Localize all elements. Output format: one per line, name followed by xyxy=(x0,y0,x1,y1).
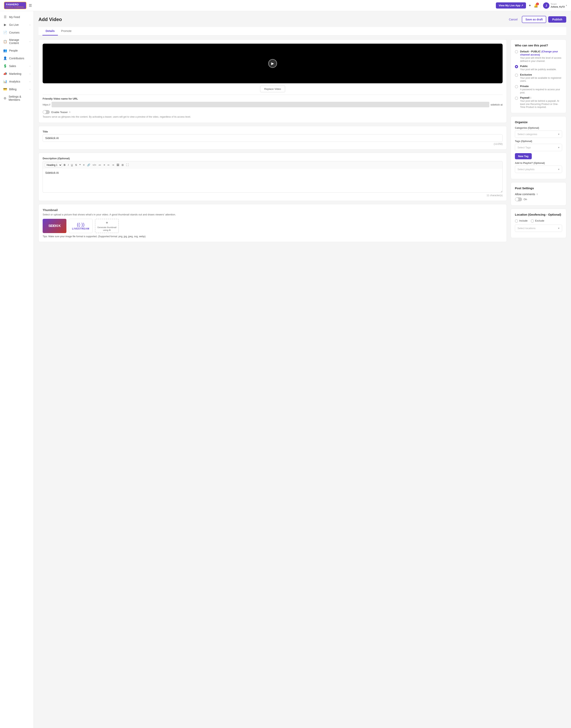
comments-info-icon[interactable]: ℹ xyxy=(537,193,538,196)
analytics-chevron-icon: › xyxy=(29,80,30,83)
sidebar-item-my-feed[interactable]: ☰ My Feed xyxy=(0,13,33,21)
save-draft-button[interactable]: Save as draft xyxy=(522,16,546,23)
sidebar-item-analytics[interactable]: 📊 Analytics › xyxy=(0,78,33,85)
user-info[interactable]: J Tenant Juliana_KyT2 ▾ xyxy=(543,2,567,9)
radio-paywall[interactable]: Paywall ℹ Your post will be behind a pay… xyxy=(515,96,562,109)
playlist-select[interactable]: Select playlists ▾ xyxy=(515,166,562,173)
radio-public-circle xyxy=(515,65,518,68)
notification-button[interactable]: 🔔 1 xyxy=(534,3,538,8)
generate-thumbnail[interactable]: ✦ Generate thumbnail using AI xyxy=(95,219,119,233)
sidebar-item-billing[interactable]: 💳 Billing › xyxy=(0,85,33,93)
radio-paywall-content: Paywall ℹ Your post will be behind a pay… xyxy=(520,96,562,109)
radio-exclusive-circle xyxy=(515,74,518,77)
include-radio-circle xyxy=(515,219,518,223)
radio-default-public[interactable]: Default - PUBLIC (Change your channel ac… xyxy=(515,50,562,63)
comments-toggle[interactable] xyxy=(515,197,522,201)
billing-icon: 💳 xyxy=(3,87,7,91)
code-button[interactable]: </> xyxy=(92,163,97,167)
url-prefix: https:// xyxy=(43,103,50,106)
sidebar-item-manage-content[interactable]: 📋 Manage Content › xyxy=(0,36,33,46)
tags-chevron-icon: ▾ xyxy=(558,146,560,149)
sidebar-item-people[interactable]: 👥 People xyxy=(0,46,33,55)
strikethrough-button[interactable]: S xyxy=(74,163,78,167)
title-input[interactable] xyxy=(43,134,502,142)
exclude-radio[interactable]: Exclude xyxy=(531,219,544,223)
cancel-button[interactable]: Cancel xyxy=(506,16,520,23)
table-button[interactable]: ⊞ xyxy=(121,163,124,167)
sidebar-item-marketing[interactable]: 📣 Marketing › xyxy=(0,70,33,78)
image-button[interactable]: 🖼 xyxy=(116,163,120,167)
tab-promote[interactable]: Promote xyxy=(58,27,75,35)
sidebar-item-go-live[interactable]: ▶ Go Live › xyxy=(0,21,33,28)
tab-details[interactable]: Details xyxy=(42,27,58,35)
paywall-info-icon[interactable]: ℹ xyxy=(530,96,531,99)
fullscreen-button[interactable]: ⛶ xyxy=(125,163,129,167)
manage-content-chevron-icon: › xyxy=(29,40,30,43)
hamburger-icon[interactable]: ☰ xyxy=(29,3,32,8)
sidebar-label-marketing: Marketing xyxy=(9,72,21,75)
description-card: Description (Optional) Heading 1 Heading… xyxy=(38,153,507,201)
indent-left-button[interactable]: ⇐ xyxy=(107,163,110,167)
sidebar-label-settings: Settings & Members xyxy=(9,95,30,101)
link-button[interactable]: 🔗 xyxy=(86,163,91,167)
two-col-layout: ▶ Replace Video Friendly Video name for … xyxy=(38,39,566,242)
tags-label: Tags (Optional) xyxy=(515,140,562,143)
teaser-info-icon[interactable]: ℹ xyxy=(70,111,71,113)
radio-exclusive-content: Exclusive Your post will be available to… xyxy=(520,73,562,83)
thumbnail-row: SIDEKI K ((·)) LIVESTREAM ✦ Generate thu… xyxy=(43,219,502,233)
publish-button[interactable]: Publish xyxy=(548,16,566,23)
ordered-list-button[interactable]: ≡ xyxy=(103,163,106,167)
radio-default-public-label: Default - PUBLIC xyxy=(520,50,542,53)
allow-comments-row: Allow comments ℹ xyxy=(515,193,562,196)
sidebar-item-sales[interactable]: 💲 Sales › xyxy=(0,62,33,70)
italic-button[interactable]: I xyxy=(67,163,70,167)
align-button[interactable]: ≡ xyxy=(82,163,86,167)
right-col: Who can see this post? Default - PUBLIC … xyxy=(511,39,566,242)
url-row: https:// sidekick-ai xyxy=(43,102,502,107)
tenant-label: Tenant xyxy=(551,3,565,5)
blockquote-button[interactable]: ❝ xyxy=(79,163,82,167)
thumbnail-1[interactable]: SIDEKI K xyxy=(43,219,67,233)
heading-select[interactable]: Heading 1 Heading 2 Paragraph xyxy=(45,163,62,167)
description-textarea[interactable]: Sidekick AI xyxy=(43,169,502,193)
sidebar-item-settings[interactable]: ⚙ Settings & Members xyxy=(0,93,33,103)
thumbnail-2[interactable]: ((·)) LIVESTREAM xyxy=(69,219,93,233)
tags-select[interactable]: Select Tags ▾ xyxy=(515,144,562,151)
location-title: Location (Geofencing - Optional) xyxy=(515,213,562,216)
radio-private-desc: A password is required to access your po… xyxy=(520,88,562,94)
title-char-count: (11/250) xyxy=(43,143,502,145)
view-live-button[interactable]: View My Live App ↗ xyxy=(496,2,526,9)
include-radio[interactable]: Include xyxy=(515,219,528,223)
indent-right-button[interactable]: ⇒ xyxy=(111,163,115,167)
sidebar-item-contributors[interactable]: 👤 Contributors xyxy=(0,55,33,62)
teaser-toggle[interactable] xyxy=(43,110,50,114)
play-button[interactable]: ▶ xyxy=(268,59,277,68)
radio-private-content: Private A password is required to access… xyxy=(520,85,562,94)
sidebar-item-courses[interactable]: 📄 Courses xyxy=(0,28,33,36)
new-tag-button[interactable]: New Tag xyxy=(515,153,532,159)
sidebar-label-analytics: Analytics xyxy=(9,80,20,83)
radio-exclusive[interactable]: Exclusive Your post will be available to… xyxy=(515,73,562,83)
wand-icon-button[interactable]: ✦ xyxy=(528,3,531,8)
logo-subtitle: PEOPLE POWERED. xyxy=(6,6,24,8)
underline-button[interactable]: U xyxy=(70,163,74,167)
sidebar-label-my-feed: My Feed xyxy=(9,15,20,19)
radio-public[interactable]: Public Your post will be publicly availa… xyxy=(515,65,562,71)
bold-button[interactable]: B xyxy=(63,163,66,167)
url-slug[interactable] xyxy=(51,102,489,107)
replace-video-button[interactable]: Replace Video xyxy=(260,86,285,92)
sidebar-label-manage-content: Manage Content xyxy=(9,38,29,44)
analytics-icon: 📊 xyxy=(3,80,7,83)
radio-public-content: Public Your post will be publicly availa… xyxy=(520,65,557,71)
categories-select[interactable]: Select categories ▾ xyxy=(515,130,562,138)
go-live-chevron-icon: › xyxy=(29,24,30,26)
radio-private[interactable]: Private A password is required to access… xyxy=(515,85,562,94)
user-chevron-icon: ▾ xyxy=(566,4,567,7)
who-can-see-title: Who can see this post? xyxy=(515,44,562,47)
teaser-label: Enable Teaser xyxy=(51,111,68,114)
desc-char-count: 11 character(s) xyxy=(43,194,502,197)
logo-title: FANHERO xyxy=(6,3,19,6)
locations-select[interactable]: Select locations ▾ xyxy=(515,224,562,232)
list-button[interactable]: ≔ xyxy=(98,163,102,167)
generate-icon: ✦ xyxy=(105,220,109,225)
